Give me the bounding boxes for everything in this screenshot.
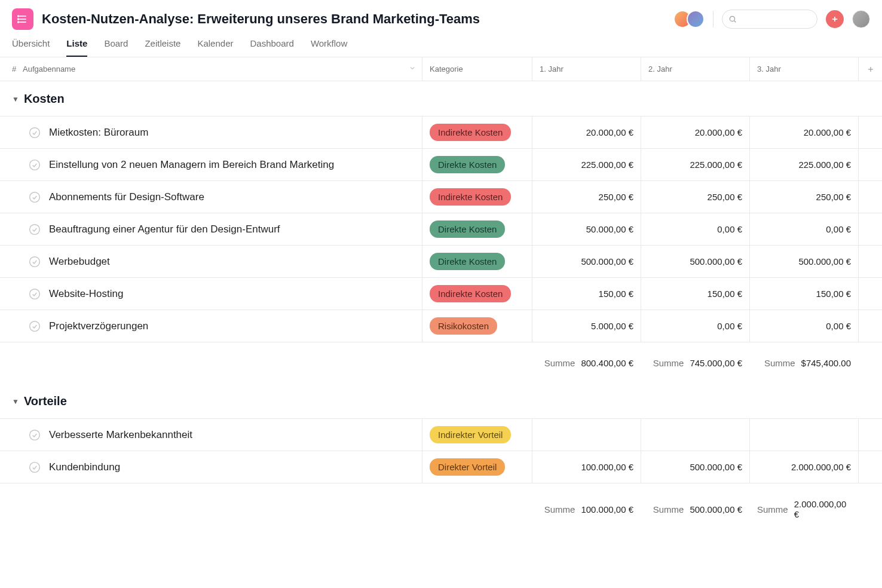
table-row[interactable]: Website-HostingIndirekte Kosten150,00 €1…	[0, 277, 882, 310]
row-extra-cell	[858, 451, 882, 483]
check-circle-icon[interactable]	[29, 461, 41, 473]
task-name-cell[interactable]: Einstellung von 2 neuen Managern im Bere…	[12, 149, 422, 180]
year3-cell[interactable]: 20.000,00 €	[749, 117, 858, 148]
year3-cell[interactable]: 250,00 €	[749, 181, 858, 213]
category-cell[interactable]: Indirekte Kosten	[422, 117, 532, 148]
task-name-cell[interactable]: Mietkosten: Büroraum	[12, 117, 422, 148]
category-cell[interactable]: Direkter Vorteil	[422, 451, 532, 483]
check-circle-icon[interactable]	[29, 288, 41, 300]
row-drag[interactable]	[0, 213, 12, 245]
table-row[interactable]: WerbebudgetDirekte Kosten500.000,00 €500…	[0, 245, 882, 278]
category-cell[interactable]: Direkte Kosten	[422, 246, 532, 277]
year3-cell[interactable]: 225.000,00 €	[749, 149, 858, 180]
check-circle-icon[interactable]	[29, 191, 41, 203]
project-icon[interactable]	[12, 8, 33, 30]
table-row[interactable]: Einstellung von 2 neuen Managern im Bere…	[0, 148, 882, 181]
avatar[interactable]	[687, 10, 705, 28]
sum-year3: 2.000.000,00 €	[794, 499, 851, 519]
section-header[interactable]: ▼Vorteile	[0, 384, 882, 419]
category-cell[interactable]: Indirekte Kosten	[422, 181, 532, 213]
task-name-cell[interactable]: Projektverzögerungen	[12, 310, 422, 342]
column-header-name[interactable]: Aufgabenname	[12, 57, 422, 81]
year1-cell[interactable]: 5.000,00 €	[532, 310, 641, 342]
year2-cell[interactable]: 500.000,00 €	[641, 451, 749, 483]
check-circle-icon[interactable]	[29, 256, 41, 268]
check-circle-icon[interactable]	[29, 127, 41, 139]
tab-übersicht[interactable]: Übersicht	[12, 38, 50, 57]
year1-cell[interactable]	[532, 419, 641, 451]
year1-cell[interactable]: 50.000,00 €	[532, 213, 641, 245]
task-name-cell[interactable]: Website-Hosting	[12, 278, 422, 310]
task-name-cell[interactable]: Beauftragung einer Agentur für den Desig…	[12, 213, 422, 245]
table-row[interactable]: Abonnements für Design-SoftwareIndirekte…	[0, 180, 882, 213]
year2-cell[interactable]: 0,00 €	[641, 310, 749, 342]
row-drag[interactable]	[0, 149, 12, 180]
year3-cell[interactable]: 150,00 €	[749, 278, 858, 310]
table-row[interactable]: ProjektverzögerungenRisikokosten5.000,00…	[0, 310, 882, 342]
year2-cell[interactable]: 0,00 €	[641, 213, 749, 245]
column-header-year1[interactable]: 1. Jahr	[532, 57, 641, 81]
year2-cell[interactable]: 225.000,00 €	[641, 149, 749, 180]
task-name-cell[interactable]: Verbesserte Markenbekanntheit	[12, 419, 422, 451]
task-name-cell[interactable]: Werbebudget	[12, 246, 422, 277]
task-name-cell[interactable]: Kundenbindung	[12, 451, 422, 483]
search-input[interactable]	[722, 10, 817, 29]
column-header-year3[interactable]: 3. Jahr	[749, 57, 858, 81]
year1-cell[interactable]: 20.000,00 €	[532, 117, 641, 148]
check-circle-icon[interactable]	[29, 159, 41, 171]
year3-cell[interactable]	[749, 419, 858, 451]
year3-cell[interactable]: 500.000,00 €	[749, 246, 858, 277]
row-drag[interactable]	[0, 419, 12, 451]
check-circle-icon[interactable]	[29, 429, 41, 441]
table-row[interactable]: Verbesserte MarkenbekanntheitIndirekter …	[0, 418, 882, 451]
year1-cell[interactable]: 150,00 €	[532, 278, 641, 310]
check-circle-icon[interactable]	[29, 223, 41, 235]
chevron-down-icon[interactable]	[409, 65, 416, 74]
category-cell[interactable]: Direkte Kosten	[422, 213, 532, 245]
year1-cell[interactable]: 250,00 €	[532, 181, 641, 213]
row-drag[interactable]	[0, 117, 12, 148]
year1-cell[interactable]: 500.000,00 €	[532, 246, 641, 277]
row-drag[interactable]	[0, 246, 12, 277]
year2-cell[interactable]	[641, 419, 749, 451]
row-drag[interactable]	[0, 451, 12, 483]
row-drag[interactable]	[0, 181, 12, 213]
row-drag[interactable]	[0, 310, 12, 342]
year2-cell[interactable]: 500.000,00 €	[641, 246, 749, 277]
tab-zeitleiste[interactable]: Zeitleiste	[145, 38, 180, 57]
column-header-category[interactable]: Kategorie	[422, 57, 532, 81]
table-row[interactable]: Beauftragung einer Agentur für den Desig…	[0, 213, 882, 246]
add-column-button[interactable]	[858, 57, 882, 81]
tab-workflow[interactable]: Workflow	[311, 38, 347, 57]
tab-dashboard[interactable]: Dashboard	[250, 38, 293, 57]
row-drag[interactable]	[0, 278, 12, 310]
add-button[interactable]	[826, 10, 844, 28]
check-circle-icon[interactable]	[29, 320, 41, 332]
plus-icon	[866, 65, 875, 74]
year1-cell[interactable]: 100.000,00 €	[532, 451, 641, 483]
category-cell[interactable]: Indirekter Vorteil	[422, 419, 532, 451]
sum-label: Summe	[544, 358, 575, 368]
member-avatars[interactable]	[673, 10, 705, 28]
year2-cell[interactable]: 250,00 €	[641, 181, 749, 213]
category-cell[interactable]: Direkte Kosten	[422, 149, 532, 180]
year2-cell[interactable]: 20.000,00 €	[641, 117, 749, 148]
category-cell[interactable]: Indirekte Kosten	[422, 278, 532, 310]
table-row[interactable]: Mietkosten: BüroraumIndirekte Kosten20.0…	[0, 116, 882, 149]
table-row[interactable]: KundenbindungDirekter Vorteil100.000,00 …	[0, 451, 882, 483]
column-header-year2[interactable]: 2. Jahr	[641, 57, 749, 81]
category-cell[interactable]: Risikokosten	[422, 310, 532, 342]
svg-point-3	[18, 16, 19, 17]
year3-cell[interactable]: 0,00 €	[749, 213, 858, 245]
year3-cell[interactable]: 2.000.000,00 €	[749, 451, 858, 483]
year3-cell[interactable]: 0,00 €	[749, 310, 858, 342]
year2-cell[interactable]: 150,00 €	[641, 278, 749, 310]
tab-board[interactable]: Board	[104, 38, 128, 57]
tab-liste[interactable]: Liste	[66, 38, 87, 57]
section-header[interactable]: ▼Kosten	[0, 81, 882, 117]
user-avatar[interactable]	[852, 10, 870, 28]
task-name-cell[interactable]: Abonnements für Design-Software	[12, 181, 422, 213]
tab-kalender[interactable]: Kalender	[197, 38, 233, 57]
row-extra-cell	[858, 246, 882, 277]
year1-cell[interactable]: 225.000,00 €	[532, 149, 641, 180]
